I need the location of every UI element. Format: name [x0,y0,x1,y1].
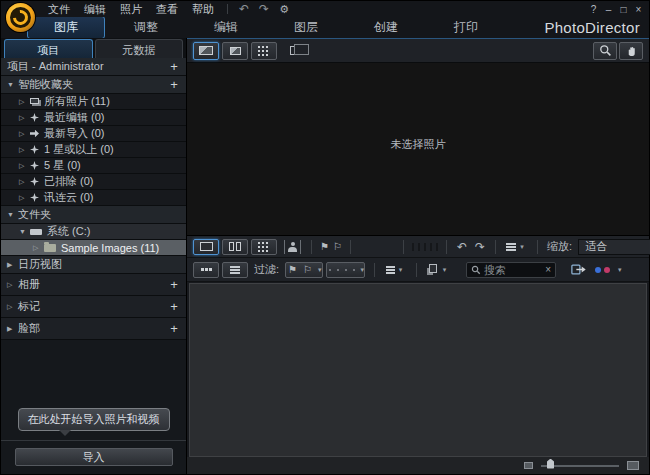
tab-library[interactable]: 图库 [27,16,105,39]
calendar-view-header[interactable]: ▶ 日历视图 [1,256,186,274]
tab-project[interactable]: 项目 [4,39,93,58]
color-label-purple[interactable] [436,243,438,251]
smart-item-latest-import[interactable]: ▷ 最新导入 (0) [1,126,186,142]
chevron-down-icon: ▾ [618,266,622,274]
menu-help[interactable]: 帮助 [185,2,221,17]
expand-closed-icon[interactable]: ▷ [7,281,18,289]
add-project-button[interactable]: + [168,62,180,72]
close-button[interactable]: × [631,4,646,15]
expand-closed-icon[interactable]: ▷ [33,244,44,252]
zoom-select[interactable]: 适合 ▾ [578,239,650,255]
add-tag-button[interactable]: + [168,302,180,312]
expand-closed-icon[interactable]: ▷ [7,303,18,311]
search-box[interactable]: × [466,262,556,278]
thumbnail-size-slider[interactable] [541,465,619,467]
expand-closed-filled-icon[interactable]: ▶ [7,261,18,269]
view-options-button[interactable]: ▾ [502,239,528,255]
help-button[interactable]: ? [586,4,601,15]
tab-print[interactable]: 打印 [427,16,505,39]
undo-icon[interactable]: ↶ [234,3,254,15]
smart-item-one-star-up[interactable]: ▷ 1 星或以上 (0) [1,142,186,158]
menu-view[interactable]: 查看 [149,2,185,17]
slider-handle[interactable] [547,459,554,469]
rotate-right-icon[interactable]: ↷ [471,240,489,254]
smart-item-rejected[interactable]: ▷ 已排除 (0) [1,174,186,190]
expand-closed-icon[interactable]: ▷ [19,146,30,154]
add-smart-collection-button[interactable]: + [168,80,180,90]
sort-dropdown[interactable]: ▾ [381,262,407,278]
multi-view-button[interactable] [251,239,277,255]
window-controls: ? – □ × [586,4,649,15]
smart-collections-header[interactable]: ▼ 智能收藏夹 + [1,76,186,94]
filmstrip-panel[interactable] [189,283,647,457]
import-hint-callout[interactable]: 在此处开始导入照片和视频 [18,408,170,431]
face-tag-button[interactable] [284,240,301,254]
color-label-green[interactable] [418,243,420,251]
tab-edit[interactable]: 编辑 [187,16,265,39]
clear-search-icon[interactable]: × [543,264,551,275]
rotate-left-icon[interactable]: ↶ [453,240,471,254]
smart-item-all-photos[interactable]: ▷ 所有照片 (11) [1,94,186,110]
smart-item-recently-edited[interactable]: ▷ 最近编辑 (0) [1,110,186,126]
settings-gear-icon[interactable]: ⚙ [274,3,294,16]
menu-edit[interactable]: 编辑 [77,2,113,17]
zoom-tool-button[interactable] [593,42,617,60]
single-view-button[interactable] [193,239,219,255]
tags-header[interactable]: ▷ 标记 + [1,296,186,318]
flag-reject-icon[interactable]: ⚐ [331,241,344,252]
menu-file[interactable]: 文件 [41,2,77,17]
faces-header[interactable]: ▶ 脸部 + [1,318,186,340]
expand-closed-icon[interactable]: ▷ [19,130,30,138]
folders-header[interactable]: ▼ 文件夹 [1,206,186,224]
expand-open-icon[interactable]: ▼ [7,81,18,88]
color-label-teal[interactable] [424,243,426,251]
color-label-red[interactable] [412,243,414,251]
grid-mode-button[interactable] [251,42,277,60]
folder-sample-images[interactable]: ▷ Sample Images (11) [1,240,186,256]
stack-icon [429,264,437,273]
smart-item-cyberlink-cloud[interactable]: ▷ 讯连云 (0) [1,190,186,206]
export-button[interactable] [566,262,592,278]
maximize-button[interactable]: □ [616,4,631,15]
photo-only-mode-button[interactable] [222,42,248,60]
flag-filter-dropdown[interactable]: ⚑ ⚐ ▾ [285,262,322,278]
rating-filter-dropdown[interactable]: ▾ [326,262,366,278]
expand-closed-icon[interactable]: ▷ [19,162,30,170]
minimize-button[interactable]: – [601,4,616,15]
thumbnail-view-button[interactable] [193,262,219,278]
albums-header[interactable]: ▷ 相册 + [1,274,186,296]
expand-open-icon[interactable]: ▼ [19,228,30,235]
slideshow-color-dropdown[interactable]: ▾ [595,262,622,278]
project-label: 项目 - Administrator [7,59,104,74]
add-face-button[interactable]: + [168,324,180,334]
expand-closed-icon[interactable]: ▷ [19,98,30,106]
folder-drive-c[interactable]: ▼ 系统 (C:) [1,224,186,240]
smart-item-five-star[interactable]: ▷ 5 星 (0) [1,158,186,174]
search-input[interactable] [484,264,543,276]
color-label-blue[interactable] [430,243,432,251]
compare-view-button[interactable] [222,239,248,255]
expand-closed-filled-icon[interactable]: ▶ [7,325,18,333]
toolbar-separator [311,240,312,254]
project-row[interactable]: 项目 - Administrator + [1,58,186,76]
list-view-button[interactable] [222,262,248,278]
stack-dropdown[interactable]: ▾ [423,262,449,278]
smart-item-label: 讯连云 (0) [44,190,94,205]
menu-photo[interactable]: 照片 [113,2,149,17]
import-button[interactable]: 导入 [15,448,173,466]
pan-hand-button[interactable] [619,42,643,60]
expand-closed-icon[interactable]: ▷ [19,178,30,186]
expand-closed-icon[interactable]: ▷ [19,194,30,202]
expand-open-icon[interactable]: ▼ [7,211,18,218]
tab-create[interactable]: 创建 [347,16,425,39]
expand-closed-icon[interactable]: ▷ [19,114,30,122]
add-album-button[interactable]: + [168,280,180,290]
flag-pick-icon[interactable]: ⚑ [318,241,331,252]
tab-metadata[interactable]: 元数据 [95,39,184,58]
photo-viewer-mode-button[interactable] [193,42,219,60]
tab-layers[interactable]: 图层 [267,16,345,39]
tab-adjust[interactable]: 调整 [107,16,185,39]
secondary-display-icon[interactable] [290,46,303,55]
toolbar-separator [446,240,447,254]
redo-icon[interactable]: ↷ [254,3,274,15]
